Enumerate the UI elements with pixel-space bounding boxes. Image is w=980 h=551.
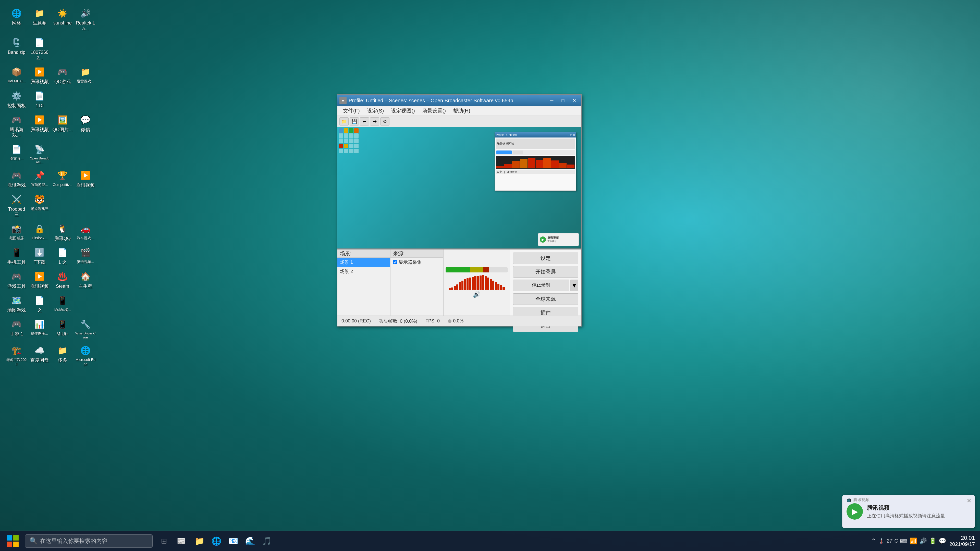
desktop-icon-hitslock[interactable]: 🔒 Hitslock... bbox=[28, 221, 51, 244]
notif-close-button[interactable]: ✕ bbox=[966, 497, 972, 504]
desktop-icon-game2[interactable]: 🎮 游戏工具 bbox=[5, 268, 28, 291]
start-button[interactable] bbox=[3, 534, 23, 549]
systray-datetime[interactable]: 20:01 2021/09/17 bbox=[950, 535, 975, 547]
obs-scenes-panel: 场景: 场景 1 场景 2 bbox=[337, 249, 390, 316]
icon-label: Competitiv... bbox=[53, 183, 73, 187]
desktop-icon-map[interactable]: 🗺️ 地图游戏 bbox=[5, 292, 28, 315]
minimize-button[interactable]: ─ bbox=[547, 97, 557, 104]
car-game-icon: 🚗 bbox=[80, 223, 92, 235]
toolbar-back-btn[interactable]: ⬅ bbox=[360, 118, 369, 125]
desktop-icon-tdown[interactable]: ⬇️ T下载 bbox=[28, 245, 51, 267]
nested-close[interactable]: ✕ bbox=[573, 134, 575, 137]
menu-scene-settings[interactable]: 场景设置() bbox=[418, 106, 449, 115]
desktop-icon-controlpanel[interactable]: ⚙️ 控制面板 bbox=[5, 88, 28, 111]
desktop-icon-1zhi[interactable]: 📄 1 之 bbox=[51, 245, 74, 267]
systray-volume-icon[interactable]: 🔊 bbox=[919, 537, 927, 545]
desktop-icon-file3[interactable]: 📄 之 bbox=[28, 292, 51, 315]
obs-preview-icons bbox=[339, 128, 359, 153]
toolbar-save-btn[interactable]: 💾 bbox=[350, 118, 359, 125]
taskbar-widgets-btn[interactable]: 📰 bbox=[173, 534, 189, 549]
nested-max[interactable]: □ bbox=[570, 134, 572, 137]
taskbar-task-view-btn[interactable]: ⊞ bbox=[156, 534, 172, 549]
desktop-icon-qqgame[interactable]: 🎮 QQ游戏 bbox=[51, 64, 74, 87]
desktop-icon-mumu[interactable]: 📱 MuMu模... bbox=[51, 292, 74, 315]
desktop-icon-competitive[interactable]: 🏆 Competitiv... bbox=[51, 167, 74, 190]
obs-scene-item-2[interactable]: 场景 2 bbox=[337, 267, 390, 276]
desktop-icon-miui[interactable]: 📱 MIUi+ bbox=[51, 316, 74, 341]
menu-help[interactable]: 帮助(H) bbox=[449, 106, 474, 115]
desktop-icon-duoduo[interactable]: 📁 多多 bbox=[51, 342, 74, 368]
toolbar-settings-btn[interactable]: ⚙ bbox=[380, 118, 390, 125]
desktop-icon-qqpic[interactable]: 🖼️ QQ图片... bbox=[51, 112, 74, 140]
desktop-icon-edge[interactable]: 🌐 Microsoft Edge bbox=[74, 342, 97, 368]
file-110-icon: 📄 bbox=[33, 90, 46, 102]
desktop-icon-110[interactable]: 📄 110 bbox=[28, 88, 51, 111]
baidu-icon: ☁️ bbox=[33, 345, 46, 357]
icon-label: 网络 bbox=[12, 21, 21, 26]
obs-scene-item-1[interactable]: 场景 1 bbox=[337, 258, 390, 267]
taskbar-app-explorer[interactable]: 📁 bbox=[191, 534, 208, 549]
obs-source-item-1[interactable]: 显示器采集 bbox=[390, 258, 443, 267]
obs-window-icon: ● bbox=[339, 97, 347, 104]
toolbar-open-btn[interactable]: 📁 bbox=[339, 118, 348, 125]
file2-icon: 📄 bbox=[56, 246, 68, 259]
desktop-icon-qqvideo2[interactable]: ▶️ 腾讯视频 bbox=[28, 112, 51, 140]
desktop-icon-trooped[interactable]: ⚔️ Trooped 三 bbox=[5, 191, 28, 220]
obs-source-checkbox[interactable] bbox=[393, 260, 397, 264]
desktop-icon-qqvideo4[interactable]: ▶️ 腾讯视频 bbox=[28, 268, 51, 291]
desktop-icon-zhushengcheng[interactable]: 🏠 主生程 bbox=[74, 268, 97, 291]
taskbar-app-edge[interactable]: 🌐 bbox=[208, 534, 224, 549]
maximize-button[interactable]: □ bbox=[558, 97, 568, 104]
toolbar-forward-btn[interactable]: ➡ bbox=[370, 118, 379, 125]
taskbar-app-network[interactable]: 🌊 bbox=[242, 534, 258, 549]
desktop-icon-car-game[interactable]: 🚗 汽车游戏... bbox=[74, 221, 97, 244]
desktop-icon-game-top[interactable]: 📌 置顶游戏... bbox=[28, 167, 51, 190]
systray-battery-icon[interactable]: 🔋 bbox=[929, 537, 937, 545]
desktop-icon-phone-tool[interactable]: 📱 手机工具 bbox=[5, 245, 28, 267]
desktop-icon-tiger2020[interactable]: 🏗️ 老虎工程2020 bbox=[5, 342, 28, 368]
nested-min[interactable]: ─ bbox=[568, 134, 570, 137]
obs-stop-recording-button[interactable]: 停止录制 bbox=[513, 279, 569, 291]
desktop-icon-english-video[interactable]: 🎬 英语视频... bbox=[74, 245, 97, 267]
desktop-icon-sunshine[interactable]: ☀️ sunshine bbox=[51, 5, 74, 33]
desktop-icon-wencai[interactable]: 📄 图文收... bbox=[5, 141, 28, 166]
systray-network-icon[interactable]: 📶 bbox=[910, 537, 917, 545]
desktop-icon-shengyi[interactable]: 📁 生意参 bbox=[28, 5, 51, 33]
desktop-icon-screenshot[interactable]: 📸 截图截屏 bbox=[5, 221, 28, 244]
systray-message-icon[interactable]: 💬 bbox=[939, 537, 946, 545]
desktop-icon-xunlei[interactable]: 📁 迅雷游戏... bbox=[74, 64, 97, 87]
close-button[interactable]: ✕ bbox=[569, 97, 579, 104]
desktop-icon-qqvideo1[interactable]: ▶️ 腾讯视频 bbox=[28, 64, 51, 87]
desktop-icon-wiss[interactable]: 🔧 Wiss Driver Core bbox=[74, 316, 97, 341]
desktop-icon-tiger[interactable]: 🐯 老虎游戏三 bbox=[28, 191, 51, 220]
desktop-icon-kaime[interactable]: 📦 Kai ME 0... bbox=[5, 64, 28, 87]
desktop-icon-steam[interactable]: ♨️ Steam bbox=[51, 268, 74, 291]
menu-file[interactable]: 文件(F) bbox=[339, 106, 363, 115]
desktop-icon-handgame[interactable]: 🎮 手游 1 bbox=[5, 316, 28, 341]
desktop-icon-baidu-disk[interactable]: ☁️ 百度网盘 bbox=[28, 342, 51, 368]
taskbar-app-mail[interactable]: 📧 bbox=[225, 534, 242, 549]
systray-chevron-icon[interactable]: ⌃ bbox=[871, 537, 876, 545]
desktop-icon-realtek[interactable]: 🔊 Realtek La... bbox=[74, 5, 97, 33]
taskbar-app-music[interactable]: 🎵 bbox=[259, 534, 275, 549]
obs-settings-button[interactable]: 设定 bbox=[513, 252, 578, 264]
desktop-icon-bandizip[interactable]: 🗜️ Bandizip bbox=[5, 35, 28, 63]
icon-label: MIUi+ bbox=[56, 331, 68, 337]
desktop-icon-chart[interactable]: 📊 操作图表... bbox=[28, 316, 51, 341]
desktop-icon-network[interactable]: 🌐 网络 bbox=[5, 5, 28, 33]
menu-view[interactable]: 设定视图() bbox=[387, 106, 418, 115]
game2-icon: 🎮 bbox=[11, 270, 23, 283]
obs-dropdown-arrow[interactable]: ▼ bbox=[570, 279, 578, 291]
desktop-icon-qqapp[interactable]: 🐧 腾讯QQ bbox=[51, 221, 74, 244]
desktop-icon-tencent-game[interactable]: 🎮 腾讯游戏... bbox=[5, 112, 28, 140]
taskbar-search-box[interactable]: 🔍 在这里输入你要搜索的内容 bbox=[25, 534, 153, 548]
desktop-icon-file1[interactable]: 📄 18072602... bbox=[28, 35, 51, 63]
systray-keyboard-icon[interactable]: ⌨ bbox=[900, 538, 907, 544]
obs-start-recording-button[interactable]: 开始录屏 bbox=[513, 266, 578, 278]
obs-global-sources-button[interactable]: 全球来源 bbox=[513, 293, 578, 305]
menu-settings[interactable]: 设定(S) bbox=[363, 106, 388, 115]
desktop-icon-qqvideo3[interactable]: ▶️ 腾讯视频 bbox=[74, 167, 97, 190]
desktop-icon-wechat[interactable]: 💬 微信 bbox=[74, 112, 97, 140]
desktop-icon-obs[interactable]: 📡 Open Broadcast... bbox=[28, 141, 51, 166]
desktop-icon-game-tool[interactable]: 🎮 腾讯游戏 bbox=[5, 167, 28, 190]
